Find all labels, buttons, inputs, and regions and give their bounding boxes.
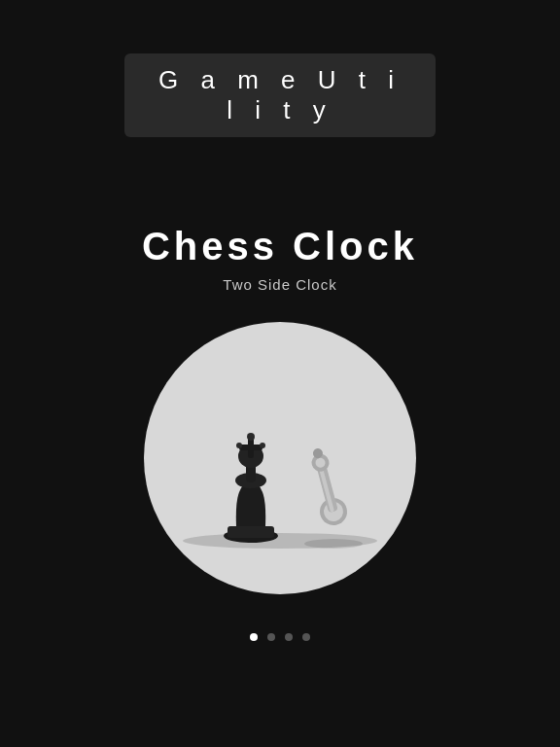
card-subtitle: Two Side Clock	[223, 276, 336, 293]
svg-rect-7	[239, 445, 262, 450]
svg-point-18	[304, 539, 363, 549]
pagination-dots	[250, 633, 310, 641]
app-title: G a m e U t i l i t y	[158, 65, 402, 124]
title-bar: G a m e U t i l i t y	[124, 53, 436, 137]
chess-pieces-illustration	[154, 351, 406, 565]
dot-4[interactable]	[302, 633, 310, 641]
svg-point-8	[247, 433, 255, 441]
main-content: Chess Clock Two Side Clock	[0, 225, 560, 641]
svg-point-9	[236, 443, 242, 448]
app-container: G a m e U t i l i t y Chess Clock Two Si…	[0, 0, 560, 747]
dot-1[interactable]	[250, 633, 258, 641]
svg-rect-2	[228, 526, 274, 538]
dot-3[interactable]	[285, 633, 293, 641]
dot-2[interactable]	[267, 633, 275, 641]
card-title: Chess Clock	[142, 225, 418, 268]
chess-image-circle	[144, 322, 416, 594]
svg-point-10	[260, 443, 265, 448]
